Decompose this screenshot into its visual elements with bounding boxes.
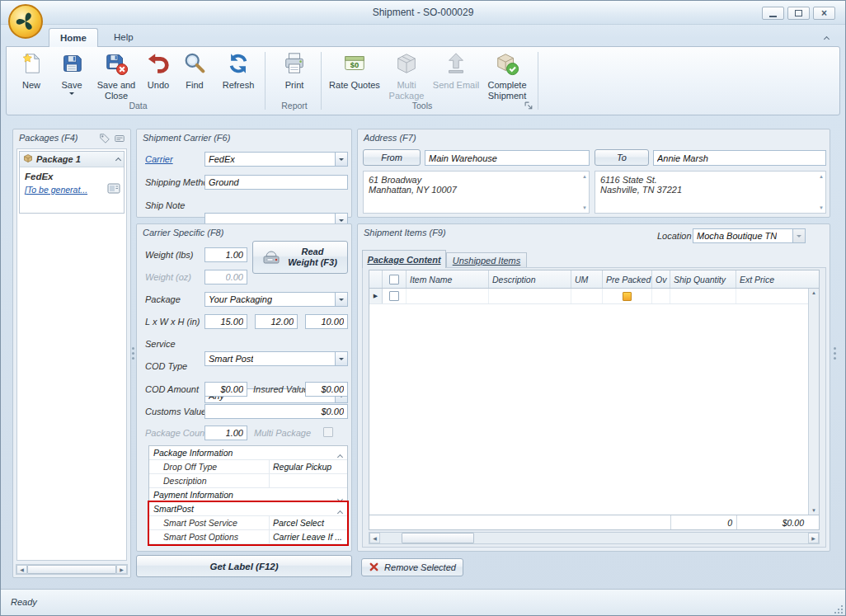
scroll-right-button[interactable]: ▶: [116, 565, 127, 574]
row-checkbox[interactable]: [389, 291, 399, 301]
select-all-checkbox[interactable]: [389, 275, 399, 284]
row-select-cell[interactable]: [383, 289, 407, 303]
cod-amount-field[interactable]: $0.00: [204, 382, 247, 397]
get-label-button[interactable]: Get Label (F12): [136, 555, 352, 577]
package-card[interactable]: Package 1 FedEx [To be generat...: [19, 151, 125, 214]
service-combobox[interactable]: Smart Post: [204, 351, 348, 366]
column-header-ext-price[interactable]: Ext Price: [736, 270, 808, 288]
item-name-cell[interactable]: [407, 289, 489, 303]
read-weight-button[interactable]: Read Weight (F3): [252, 241, 348, 274]
pre-packed-cell[interactable]: [603, 289, 652, 303]
scroll-left-button[interactable]: ◀: [369, 533, 380, 543]
smart-post-service-row[interactable]: Smart Post Service Parcel Select: [149, 516, 347, 530]
scroll-up-icon[interactable]: ▲: [819, 174, 824, 179]
collapse-package-button[interactable]: [116, 154, 120, 164]
um-cell[interactable]: [571, 289, 603, 303]
maximize-button[interactable]: [787, 7, 810, 20]
complete-shipment-button[interactable]: Complete Shipment: [482, 50, 533, 101]
grid-data-row[interactable]: ▶: [369, 289, 819, 304]
refresh-button[interactable]: Refresh: [216, 50, 261, 101]
scroll-down-button[interactable]: ▼: [811, 508, 816, 513]
shipping-method-field[interactable]: Ground: [204, 175, 348, 190]
carrier-link[interactable]: Carrier: [145, 154, 173, 164]
scroll-left-button[interactable]: ◀: [16, 565, 27, 574]
insured-value-field[interactable]: $0.00: [305, 382, 348, 397]
scroll-right-button[interactable]: ▶: [808, 533, 819, 543]
scrollbar-thumb[interactable]: [27, 565, 116, 574]
grid-vertical-scrollbar[interactable]: ▲ ▼: [808, 289, 819, 515]
tags-icon[interactable]: [99, 133, 110, 146]
find-button[interactable]: Find: [176, 50, 213, 101]
column-header-um[interactable]: UM: [571, 270, 603, 288]
location-combobox[interactable]: Mocha Boutique TN: [693, 228, 806, 243]
override-cell[interactable]: [652, 289, 670, 303]
to-field[interactable]: Annie Marsh: [653, 150, 826, 166]
smart-post-options-value[interactable]: Carrier Leave If ...: [270, 532, 347, 542]
column-header-item-name[interactable]: Item Name: [407, 270, 489, 288]
scrollbar-thumb[interactable]: [402, 533, 474, 543]
print-label-icon[interactable]: [114, 133, 125, 146]
scroll-up-icon[interactable]: ▲: [582, 174, 587, 179]
rate-quotes-button[interactable]: $0 Rate Quotes: [328, 50, 381, 101]
dropdown-arrow-icon[interactable]: [792, 229, 805, 242]
from-address-box[interactable]: 61 Broadway Manhattan, NY 10007 ▲ ▼: [363, 171, 590, 214]
ext-price-cell[interactable]: [736, 289, 808, 303]
column-header-ship-quantity[interactable]: Ship Quantity: [670, 270, 736, 288]
save-button[interactable]: Save: [53, 50, 91, 101]
select-all-header[interactable]: [383, 270, 407, 288]
to-address-box[interactable]: 6116 State St. Nashville, TN 37221 ▲ ▼: [595, 171, 826, 214]
ship-quantity-cell[interactable]: [670, 289, 736, 303]
dropdown-arrow-icon[interactable]: [335, 352, 347, 365]
collapse-ribbon-button[interactable]: [819, 33, 834, 45]
column-header-description[interactable]: Description: [489, 270, 571, 288]
scroll-down-icon[interactable]: ▼: [582, 205, 587, 210]
carrier-combobox[interactable]: FedEx: [204, 152, 348, 167]
print-button[interactable]: Print: [272, 50, 317, 101]
package-combobox[interactable]: Your Packaging: [204, 292, 348, 307]
tab-unshipped-items[interactable]: Unshipped Items: [446, 252, 527, 268]
drop-off-type-value[interactable]: Regular Pickup: [270, 462, 347, 472]
height-field[interactable]: 10.00: [305, 314, 348, 329]
right-splitter[interactable]: [833, 129, 837, 578]
dropdown-arrow-icon[interactable]: [335, 153, 347, 166]
package-count-field[interactable]: 1.00: [204, 426, 247, 440]
from-button[interactable]: From: [363, 149, 421, 166]
to-button[interactable]: To: [595, 149, 649, 166]
tools-dialog-launcher[interactable]: [524, 101, 533, 112]
weight-lbs-field[interactable]: 1.00: [204, 247, 247, 262]
column-header-pre-packed[interactable]: Pre Packed: [603, 270, 652, 288]
tab-home[interactable]: Home: [49, 28, 98, 47]
length-field[interactable]: 15.00: [204, 314, 247, 329]
package-information-category[interactable]: Package Information: [149, 446, 347, 460]
save-and-close-button[interactable]: Save and Close: [92, 50, 140, 101]
smartpost-category[interactable]: SmartPost: [149, 502, 347, 516]
save-dropdown-arrow-icon[interactable]: [69, 92, 74, 97]
left-splitter[interactable]: [131, 129, 135, 578]
scroll-down-icon[interactable]: ▼: [819, 205, 824, 210]
smart-post-service-value[interactable]: Parcel Select: [270, 518, 347, 528]
close-button[interactable]: ×: [813, 7, 835, 20]
description-cell[interactable]: [489, 289, 571, 303]
payment-information-category[interactable]: Payment Information: [149, 488, 347, 502]
tab-package-content[interactable]: Package Content: [362, 250, 446, 268]
from-field[interactable]: Main Warehouse: [425, 150, 590, 166]
minimize-button[interactable]: [762, 7, 784, 20]
grid-horizontal-scrollbar[interactable]: ◀ ▶: [369, 532, 820, 544]
smart-post-options-row[interactable]: Smart Post Options Carrier Leave If ...: [149, 530, 347, 544]
column-header-override[interactable]: Ov: [652, 270, 670, 288]
dropdown-arrow-icon[interactable]: [335, 293, 347, 306]
tab-help[interactable]: Help: [103, 28, 144, 46]
drop-off-type-row[interactable]: Drop Off Type Regular Pickup: [149, 460, 347, 474]
description-row[interactable]: Description: [149, 474, 347, 488]
label-preview-icon[interactable]: [107, 183, 120, 195]
app-logo-button[interactable]: [7, 3, 44, 41]
new-button[interactable]: New: [13, 50, 49, 101]
tracking-number-link[interactable]: [To be generat...: [25, 185, 87, 195]
resize-grip[interactable]: [832, 603, 843, 614]
customs-value-field[interactable]: $0.00: [204, 404, 348, 419]
undo-button[interactable]: Undo: [142, 50, 175, 101]
width-field[interactable]: 12.00: [255, 314, 298, 329]
remove-selected-button[interactable]: Remove Selected: [361, 558, 463, 576]
scroll-up-button[interactable]: ▲: [811, 290, 816, 295]
packages-horizontal-scrollbar[interactable]: ◀ ▶: [16, 564, 128, 575]
